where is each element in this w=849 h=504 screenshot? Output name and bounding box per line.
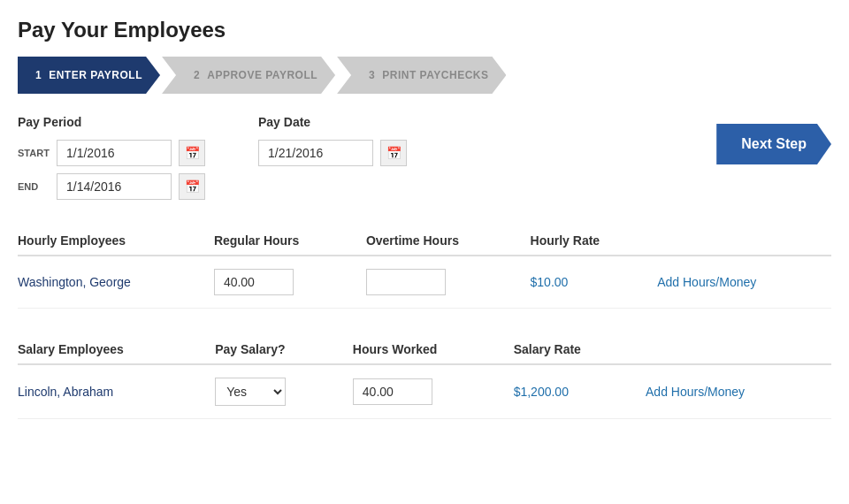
hourly-col-regular: Regular Hours	[214, 226, 366, 256]
step-3-number: 3	[369, 69, 375, 81]
step-3-label: Print Paychecks	[382, 69, 488, 81]
step-1[interactable]: 1 Enter Payroll	[18, 57, 160, 94]
salary-employees-table: Salary Employees Pay Salary? Hours Worke…	[18, 335, 831, 419]
hourly-col-action	[657, 226, 831, 256]
end-date-input[interactable]	[57, 173, 172, 200]
salary-col-pay: Pay Salary?	[215, 335, 353, 364]
next-step-button[interactable]: Next Step	[716, 124, 831, 164]
step-2[interactable]: 2 Approve Payroll	[162, 57, 335, 94]
pay-period-label: Pay Period	[18, 115, 205, 129]
salary-col-hours: Hours Worked	[353, 335, 514, 364]
hourly-regular-hours-input[interactable]	[214, 269, 294, 295]
pay-date-calendar-icon[interactable]: 📅	[380, 140, 407, 166]
table-row: Lincoln, Abraham Yes No $1,200.00 Add Ho…	[18, 364, 831, 419]
step-2-number: 2	[194, 69, 200, 81]
pay-period-group: Pay Period START 📅 END 📅	[18, 115, 205, 200]
table-row: Washington, George $10.00 Add Hours/Mone…	[18, 256, 831, 309]
salary-col-action	[646, 335, 831, 364]
hourly-employee-name: Washington, George	[18, 275, 131, 289]
hourly-employees-section: Hourly Employees Regular Hours Overtime …	[18, 226, 831, 309]
end-calendar-icon[interactable]: 📅	[179, 173, 205, 200]
date-section: Pay Period START 📅 END 📅 Pay Date 📅 Next	[18, 115, 831, 200]
salary-col-employees: Salary Employees	[18, 335, 215, 364]
salary-employee-name: Lincoln, Abraham	[18, 385, 113, 399]
salary-hours-worked-input[interactable]	[353, 378, 432, 405]
end-label: END	[18, 181, 50, 192]
hourly-overtime-hours-input[interactable]	[366, 269, 446, 295]
pay-date-group: Pay Date 📅	[258, 115, 407, 200]
salary-employees-section: Salary Employees Pay Salary? Hours Worke…	[18, 335, 831, 419]
end-date-row: END 📅	[18, 173, 205, 200]
start-label: START	[18, 148, 50, 158]
step-3[interactable]: 3 Print Paychecks	[337, 57, 506, 94]
step-1-number: 1	[35, 69, 42, 81]
pay-salary-select[interactable]: Yes No	[215, 378, 286, 406]
salary-add-link[interactable]: Add Hours/Money	[646, 385, 745, 399]
hourly-col-employees: Hourly Employees	[18, 226, 214, 256]
stepper: 1 Enter Payroll 2 Approve Payroll 3 Prin…	[18, 57, 831, 94]
hourly-add-link[interactable]: Add Hours/Money	[657, 275, 756, 289]
page-title: Pay Your Employees	[18, 18, 831, 42]
start-date-input[interactable]	[57, 140, 172, 166]
hourly-rate-value: $10.00	[531, 275, 569, 289]
step-2-label: Approve Payroll	[207, 69, 317, 81]
pay-date-label: Pay Date	[258, 115, 407, 129]
start-calendar-icon[interactable]: 📅	[179, 140, 205, 166]
salary-rate-value: $1,200.00	[514, 385, 569, 399]
hourly-col-rate: Hourly Rate	[531, 226, 658, 256]
next-step-label: Next Step	[741, 136, 807, 152]
pay-date-input[interactable]	[258, 140, 373, 166]
hourly-employees-table: Hourly Employees Regular Hours Overtime …	[18, 226, 831, 309]
salary-col-rate: Salary Rate	[514, 335, 646, 364]
pay-date-row: 📅	[258, 140, 407, 166]
step-1-label: Enter Payroll	[49, 69, 142, 81]
start-date-row: START 📅	[18, 140, 205, 166]
next-step-container: Next Step	[716, 115, 831, 164]
hourly-col-overtime: Overtime Hours	[366, 226, 531, 256]
